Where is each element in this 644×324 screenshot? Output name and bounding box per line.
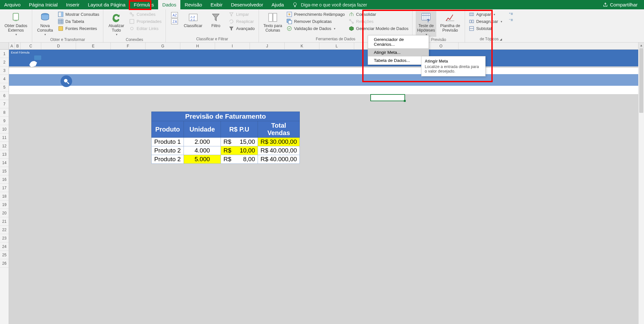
row-header[interactable]: 26 [0, 259, 9, 268]
validacao-dados-button[interactable]: Validação de Dados▾ [286, 25, 346, 32]
col-header[interactable]: C [21, 43, 41, 49]
subtotal-button[interactable]: Subtotal [468, 25, 503, 32]
tab-formulas[interactable]: Fórmulas [130, 0, 158, 9]
dropdown-item-cenarios[interactable]: Gerenciador de Cenários... [368, 35, 429, 48]
planilha-previsao-button[interactable]: Planilha de Previsão [439, 11, 461, 34]
col-header[interactable]: K [285, 43, 319, 49]
dropdown-item-tabela-dados[interactable]: Tabela de Dados... [368, 56, 429, 64]
row-header[interactable]: 9 [0, 117, 9, 125]
col-header[interactable] [459, 43, 493, 49]
tab-desenvolvedor[interactable]: Desenvolvedor [227, 0, 267, 9]
col-header[interactable]: F [111, 43, 146, 49]
cell-total[interactable]: R$40.000,00 [258, 146, 300, 155]
remover-duplicatas-button[interactable]: Remover Duplicatas [286, 18, 346, 25]
row-header[interactable]: 4 [0, 75, 9, 83]
row-header[interactable]: 3 [0, 66, 9, 75]
row-header[interactable]: 21 [0, 217, 9, 226]
row-header[interactable]: 8 [0, 108, 9, 117]
row-header[interactable]: 24 [0, 242, 9, 251]
scroll-up-button[interactable]: ▲ [639, 43, 644, 48]
cell-pu[interactable]: R$10,00 [221, 146, 258, 155]
tab-exibir[interactable]: Exibir [206, 0, 227, 9]
obter-dados-externos-button[interactable]: Obter Dados Externos ▾ [3, 11, 29, 37]
cell-unidade[interactable]: 2.000 [184, 138, 221, 146]
tab-pagina-inicial[interactable]: Página Inicial [25, 0, 62, 9]
row-header[interactable]: 22 [0, 226, 9, 234]
row-header[interactable]: 17 [0, 184, 9, 192]
col-header[interactable]: G [146, 43, 180, 49]
worksheet-grid[interactable]: 1234567891011121314151617181920212223242… [0, 50, 644, 324]
row-header[interactable]: 19 [0, 201, 9, 209]
vertical-scrollbar[interactable]: ▲ [638, 43, 644, 324]
row-header[interactable]: 6 [0, 92, 9, 100]
selected-cell[interactable] [370, 94, 405, 101]
agrupar-button[interactable]: Agrupar ▾ [468, 11, 503, 17]
row-header[interactable]: 18 [0, 192, 9, 201]
row-header[interactable]: 20 [0, 209, 9, 217]
cell-produto[interactable]: Produto 1 [152, 138, 184, 146]
avancado-button[interactable]: Avançado [228, 25, 255, 32]
row-header[interactable]: 23 [0, 234, 9, 242]
tab-layout[interactable]: Layout da Página [84, 0, 130, 9]
row-header[interactable]: 11 [0, 133, 9, 142]
worksheet-area[interactable]: Excel Fórmula Previsão de Faturamento Pr… [9, 50, 644, 324]
sort-az-button[interactable]: AZZA [169, 11, 180, 26]
cell-produto[interactable]: Produto 2 [152, 146, 184, 155]
col-header[interactable]: D [41, 43, 76, 49]
tab-inserir[interactable]: Inserir [62, 0, 84, 9]
row-header[interactable]: 14 [0, 159, 9, 167]
row-header[interactable]: 12 [0, 142, 9, 150]
scroll-thumb[interactable] [639, 48, 643, 113]
col-header[interactable]: E [76, 43, 111, 49]
col-header[interactable]: A [9, 43, 15, 49]
da-tabela-button[interactable]: Da Tabela [57, 18, 100, 25]
cell-produto[interactable]: Produto 2 [152, 155, 184, 164]
cell-total[interactable]: R$30.000,00 [258, 138, 300, 146]
fontes-recentes-button[interactable]: Fontes Recentes [57, 25, 100, 32]
cell-unidade[interactable]: 4.000 [184, 146, 221, 155]
row-header[interactable]: 5 [0, 83, 9, 92]
dropdown-item-atingir-meta[interactable]: Atingir Meta... [368, 48, 429, 56]
hide-detail-button[interactable]: ⁻≡ [508, 17, 514, 23]
consolidar-button[interactable]: Consolidar [348, 11, 409, 17]
gerenciar-modelo-button[interactable]: Gerenciar Modelo de Dados [348, 25, 409, 32]
row-header[interactable]: 16 [0, 175, 9, 184]
row-header[interactable]: 7 [0, 100, 9, 108]
show-detail-button[interactable]: ⁺≡ [508, 11, 514, 16]
row-header[interactable]: 25 [0, 251, 9, 259]
nova-consulta-button[interactable]: Nova Consulta ▾ [35, 11, 55, 37]
row-header[interactable]: 10 [0, 125, 9, 133]
col-header[interactable]: O [424, 43, 459, 49]
mostrar-consultas-button[interactable]: Mostrar Consultas [57, 11, 100, 17]
row-header[interactable]: 13 [0, 150, 9, 159]
tab-dados[interactable]: Dados [158, 0, 180, 9]
cell-pu[interactable]: R$15,00 [221, 138, 258, 146]
col-header[interactable]: H [180, 43, 215, 49]
tab-revisao[interactable]: Revisão [180, 0, 206, 9]
tab-ajuda[interactable]: Ajuda [267, 0, 288, 9]
row-header[interactable]: 15 [0, 167, 9, 175]
cell-total[interactable]: R$40.000,00 [258, 155, 300, 164]
atualizar-tudo-button[interactable]: Atualizar Tudo ▾ [107, 11, 126, 37]
reapply-icon [229, 19, 234, 24]
teste-hipoteses-button[interactable]: ? Teste de Hipóteses ▾ [416, 11, 436, 37]
texto-colunas-button[interactable]: Texto para Colunas [262, 11, 283, 34]
row-header[interactable]: 2 [0, 58, 9, 66]
row-header[interactable]: 1 [0, 50, 9, 58]
col-header[interactable]: B [15, 43, 21, 49]
cell-pu[interactable]: R$8,00 [221, 155, 258, 164]
col-header[interactable]: I [215, 43, 250, 49]
filtro-button[interactable]: Filtro [206, 11, 225, 29]
cell-unidade[interactable]: 5.000 [184, 155, 221, 164]
tell-me[interactable]: Diga-me o que você deseja fazer [292, 2, 367, 8]
desagrupar-button[interactable]: Desagrupar ▾ [468, 18, 503, 25]
fill-handle[interactable] [404, 100, 406, 102]
col-header[interactable]: J [250, 43, 285, 49]
preenchimento-relampago-button[interactable]: Preenchimento Relâmpago [286, 11, 346, 17]
col-header[interactable]: L [319, 43, 354, 49]
select-all-corner[interactable] [0, 43, 9, 49]
share-button[interactable]: Compartilhar [603, 2, 638, 7]
title-bar: Arquivo Página Inicial Inserir Layout da… [0, 0, 644, 9]
classificar-button[interactable]: A ZZ A Classificar [183, 11, 204, 29]
tab-arquivo[interactable]: Arquivo [0, 0, 25, 9]
